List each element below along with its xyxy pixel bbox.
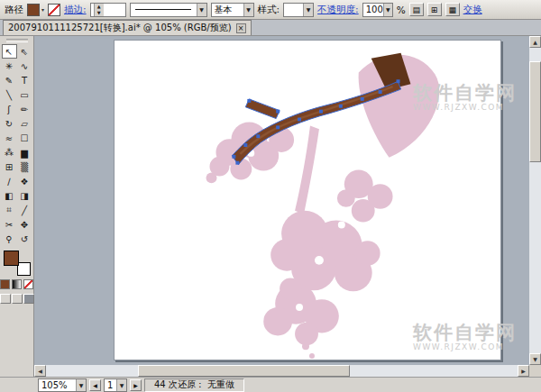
scroll-up-icon[interactable]: ▲ [529, 36, 541, 48]
spin-down-icon[interactable]: ▼ [95, 10, 104, 16]
stroke-weight-combo[interactable]: ▲ ▼ [90, 3, 126, 17]
horizontal-scroll-thumb[interactable] [138, 365, 350, 377]
swap-link[interactable]: 交换 [463, 4, 482, 16]
scissors-tool[interactable]: ✂ [2, 217, 17, 232]
paint-mode-row [0, 279, 33, 289]
vertical-scrollbar[interactable]: ▲ ▼ [529, 36, 541, 365]
status-bar: 105% ▼ ◀ 1 ▼ ▶ 44 次还原： 无重做 [0, 377, 541, 392]
document-tab[interactable]: 2007910111125721[转换].ai* @ 105% (RGB/预览)… [3, 20, 252, 35]
page-field[interactable]: 1 ▼ [104, 378, 127, 392]
spin-up-icon[interactable]: ▲ [95, 4, 104, 10]
zoom-combo[interactable]: 105% ▼ [38, 378, 87, 392]
fill-dropdown-icon[interactable]: ▾ [41, 6, 44, 13]
fill-color-swatch[interactable] [27, 4, 40, 16]
zoom-tool[interactable]: ⚲ [2, 232, 17, 246]
lasso-tool[interactable]: ∿ [17, 59, 32, 73]
artwork-canvas[interactable] [115, 41, 500, 360]
grid-icon[interactable]: ⊞ [427, 3, 442, 16]
brush-stroke-line [135, 9, 191, 10]
page-value: 1 [107, 380, 113, 390]
horizontal-scrollbar[interactable]: ◀ ▶ [34, 365, 529, 377]
gradient-tool[interactable]: ▒ [17, 160, 32, 174]
hand-tool[interactable]: ✥ [17, 217, 32, 232]
live-paint-selection-tool[interactable]: ◨ [17, 188, 32, 203]
scroll-right-icon[interactable]: ▶ [518, 365, 529, 377]
type-tool[interactable]: T [17, 73, 32, 87]
normal-screen-mode-button[interactable] [0, 294, 11, 304]
free-transform-tool[interactable]: ☐ [17, 131, 32, 145]
stroke-color-swatch[interactable] [48, 4, 60, 16]
rotate-tool[interactable]: ↻ [2, 116, 17, 131]
rotate-view-tool[interactable]: ↺ [17, 232, 32, 246]
opacity-unit-label: % [397, 5, 406, 15]
opacity-combo[interactable]: 100 ▼ [362, 3, 393, 17]
symbol-sprayer-tool[interactable]: ⁂ [2, 145, 17, 160]
document-tab-bar: 2007910111125721[转换].ai* @ 105% (RGB/预览)… [0, 20, 541, 36]
mesh-tool[interactable]: ⊞ [2, 160, 17, 174]
undo-status-field: 44 次还原： 无重做 [144, 378, 244, 392]
control-bar: 路径 ▾ 描边: ▲ ▼ ▼ 基本 ▼ 样式: ▼ 不透明度: 100 ▼ [0, 0, 541, 20]
brush-preview-combo[interactable]: ▼ [130, 3, 207, 17]
tool-grid: ↖⇖✳∿✎T╲▭ʃ✏↻▱≈☐⁂▆⊞▒∕❖◧◨⌗╱✂✥⚲↺ [2, 44, 32, 246]
scroll-left-icon[interactable]: ◀ [34, 365, 46, 377]
artboard[interactable] [114, 40, 501, 360]
illustrator-window: 路径 ▾ 描边: ▲ ▼ ▼ 基本 ▼ 样式: ▼ 不透明度: 100 ▼ [0, 0, 541, 392]
toolbox-grip[interactable] [6, 39, 28, 42]
style-combo[interactable]: ▼ [283, 3, 314, 17]
line-segment-tool[interactable]: ╲ [2, 87, 17, 102]
fill-stroke-indicator[interactable] [4, 251, 31, 276]
paintbrush-tool[interactable]: ʃ [2, 102, 17, 116]
vertical-scroll-thumb[interactable] [529, 61, 541, 162]
style-dropdown-icon[interactable]: ▼ [303, 4, 313, 16]
opacity-dropdown-icon[interactable]: ▼ [383, 4, 392, 16]
next-page-icon[interactable]: ▶ [130, 379, 142, 391]
stroke-weight-spinner[interactable]: ▲ ▼ [94, 4, 104, 16]
document-tab-title: 2007910111125721[转换].ai* @ 105% (RGB/预览) [8, 22, 232, 34]
canvas-area[interactable]: 软件自学网 WWW.RJZXW.COM 软件自学网 WWW.RJZXW.COM … [34, 36, 541, 377]
direct-selection-tool[interactable]: ⇖ [17, 44, 32, 59]
scale-tool[interactable]: ▱ [17, 116, 32, 131]
undo-status-text: 44 次还原： 无重做 [154, 378, 234, 391]
scrollbar-corner [529, 365, 541, 377]
color-mode-button[interactable] [0, 279, 10, 289]
scroll-down-icon[interactable]: ▼ [529, 353, 541, 365]
column-graph-tool[interactable]: ▆ [17, 145, 32, 160]
eyedropper-tool[interactable]: ∕ [2, 174, 17, 188]
brush-definition-value: 基本 [215, 4, 233, 16]
crop-area-tool[interactable]: ⌗ [2, 203, 17, 217]
screen-mode-row [0, 294, 34, 304]
slice-tool[interactable]: ╱ [17, 203, 32, 217]
rectangle-tool[interactable]: ▭ [17, 87, 32, 102]
fullscreen-menu-mode-button[interactable] [12, 294, 23, 304]
brush-dropdown-icon[interactable]: ▼ [197, 4, 206, 16]
style-label: 样式: [258, 4, 280, 16]
none-mode-button[interactable] [23, 279, 33, 289]
opacity-link[interactable]: 不透明度: [317, 4, 359, 16]
magic-wand-tool[interactable]: ✳ [2, 59, 17, 73]
blend-tool[interactable]: ❖ [17, 174, 32, 188]
opacity-value: 100 [366, 5, 383, 14]
stroke-swatch[interactable] [17, 262, 31, 276]
tab-close-icon[interactable]: × [236, 23, 246, 33]
warp-tool[interactable]: ≈ [2, 131, 17, 145]
brush-definition-dropdown-icon[interactable]: ▼ [243, 4, 253, 16]
blossom-group[interactable] [206, 55, 440, 359]
zoom-value: 105% [41, 380, 68, 390]
prev-page-icon[interactable]: ◀ [89, 379, 101, 391]
gradient-mode-button[interactable] [12, 279, 22, 289]
live-paint-bucket-tool[interactable]: ◧ [2, 188, 17, 203]
pen-tool[interactable]: ✎ [2, 73, 17, 87]
selection-tool[interactable]: ↖ [2, 44, 17, 59]
brush-definition-combo[interactable]: 基本 ▼ [211, 3, 254, 17]
stem-shape [295, 125, 319, 214]
fill-swatch[interactable] [4, 251, 19, 266]
selected-object-label: 路径 [5, 4, 23, 16]
document-setup-icon[interactable]: ▤ [409, 3, 424, 16]
toolbox-panel: ↖⇖✳∿✎T╲▭ʃ✏↻▱≈☐⁂▆⊞▒∕❖◧◨⌗╱✂✥⚲↺ [0, 36, 34, 377]
page-dropdown-icon[interactable]: ▼ [116, 379, 126, 391]
columns-icon[interactable]: ▦ [445, 3, 460, 16]
fullscreen-mode-button[interactable] [23, 294, 34, 304]
stroke-link[interactable]: 描边: [64, 4, 87, 16]
zoom-dropdown-icon[interactable]: ▼ [76, 379, 86, 391]
pencil-tool[interactable]: ✏ [17, 102, 32, 116]
